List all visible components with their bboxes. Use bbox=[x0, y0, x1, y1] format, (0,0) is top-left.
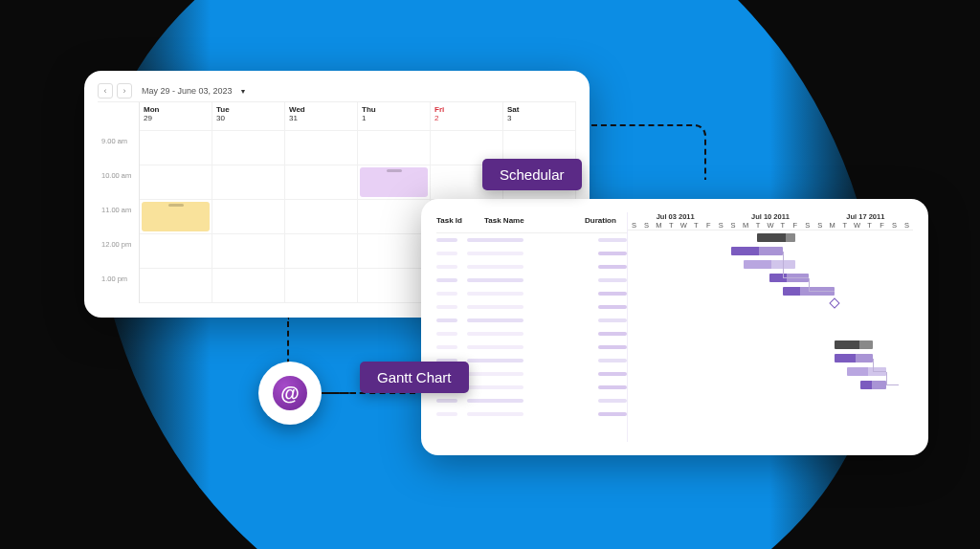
gantt-week-header: Jul 17 2011 bbox=[818, 212, 913, 221]
gantt-day-header: S bbox=[628, 221, 640, 230]
grid-cell[interactable] bbox=[358, 200, 431, 234]
event-block[interactable] bbox=[360, 167, 428, 197]
gantt-day-header: S bbox=[888, 221, 901, 230]
grid-cell[interactable] bbox=[212, 234, 285, 269]
gantt-day-header: S bbox=[813, 221, 826, 230]
day-header: Wed31 bbox=[285, 102, 358, 131]
day-header: Mon29 bbox=[140, 102, 212, 131]
gantt-bar[interactable] bbox=[731, 247, 783, 255]
gantt-bar[interactable] bbox=[860, 381, 886, 389]
grid-cell[interactable] bbox=[358, 131, 431, 165]
gantt-day-header: S bbox=[715, 221, 727, 230]
time-label: 10.00 am bbox=[98, 165, 140, 200]
date-range-label[interactable]: May 29 - June 03, 2023 bbox=[142, 86, 233, 96]
grid-cell[interactable] bbox=[358, 269, 431, 303]
gantt-day-header: W bbox=[764, 221, 776, 230]
grid-cell[interactable] bbox=[285, 269, 358, 303]
gantt-day-header: M bbox=[826, 221, 838, 230]
grid-cell[interactable] bbox=[285, 200, 358, 234]
gantt-day-header: T bbox=[776, 221, 789, 230]
gantt-panel: Task Id Task Name Duration Jul 03 2011Ju… bbox=[421, 199, 928, 455]
gantt-task-row[interactable] bbox=[436, 260, 627, 274]
gantt-day-header: T bbox=[863, 221, 876, 230]
gantt-day-header: S bbox=[801, 221, 813, 230]
gantt-task-row[interactable] bbox=[436, 233, 627, 247]
gantt-task-row[interactable] bbox=[436, 327, 627, 340]
prev-button[interactable]: ‹ bbox=[98, 83, 113, 99]
gantt-day-header: F bbox=[702, 221, 715, 230]
grid-cell[interactable] bbox=[212, 165, 285, 200]
grid-cell[interactable] bbox=[358, 234, 431, 269]
grid-cell[interactable] bbox=[140, 234, 212, 269]
gantt-label-tag: Gantt Chart bbox=[360, 362, 469, 393]
gantt-day-header: S bbox=[727, 221, 740, 230]
gantt-bar[interactable] bbox=[835, 354, 873, 362]
col-task-id[interactable]: Task Id bbox=[436, 216, 475, 225]
gantt-day-header: T bbox=[838, 221, 851, 230]
grid-cell[interactable] bbox=[140, 200, 212, 234]
grid-corner bbox=[98, 102, 140, 131]
scheduler-label-tag: Schedular bbox=[482, 159, 582, 190]
gantt-task-row[interactable] bbox=[436, 300, 627, 314]
dependency-line bbox=[783, 252, 809, 278]
gantt-day-header: W bbox=[851, 221, 863, 230]
grid-cell[interactable] bbox=[140, 165, 212, 200]
grid-cell[interactable] bbox=[285, 165, 358, 200]
grid-cell[interactable] bbox=[285, 234, 358, 269]
gantt-bar[interactable] bbox=[757, 233, 795, 242]
day-header: Fri2 bbox=[431, 102, 503, 131]
dependency-line bbox=[809, 278, 835, 292]
grid-cell[interactable] bbox=[212, 131, 285, 165]
gantt-day-header: T bbox=[752, 221, 765, 230]
gantt-week-header: Jul 10 2011 bbox=[723, 212, 817, 221]
gantt-columns-header: Task Id Task Name Duration bbox=[436, 212, 627, 233]
gantt-task-row[interactable] bbox=[436, 247, 627, 260]
grid-cell[interactable] bbox=[212, 200, 285, 234]
next-button[interactable]: › bbox=[117, 83, 132, 99]
blazor-logo bbox=[258, 362, 322, 425]
chevron-down-icon[interactable]: ▼ bbox=[240, 88, 247, 95]
gantt-task-row[interactable] bbox=[436, 394, 627, 407]
day-header: Sat3 bbox=[503, 102, 576, 131]
time-label: 12.00 pm bbox=[98, 234, 140, 269]
gantt-day-header: S bbox=[901, 221, 913, 230]
gantt-day-header: M bbox=[740, 221, 752, 230]
time-label: 1.00 pm bbox=[98, 269, 140, 303]
gantt-task-row[interactable] bbox=[436, 407, 627, 421]
gantt-task-row[interactable] bbox=[436, 287, 627, 300]
col-duration[interactable]: Duration bbox=[585, 216, 627, 225]
dependency-line bbox=[886, 372, 899, 385]
gantt-day-header: T bbox=[690, 221, 702, 230]
flame-at-icon bbox=[273, 376, 307, 410]
connector-line bbox=[591, 124, 706, 180]
gantt-task-list: Task Id Task Name Duration bbox=[436, 212, 628, 442]
gantt-day-header: S bbox=[640, 221, 653, 230]
gantt-bar[interactable] bbox=[835, 340, 873, 349]
gantt-task-row[interactable] bbox=[436, 340, 627, 354]
time-label: 11.00 am bbox=[98, 200, 140, 234]
grid-cell[interactable] bbox=[140, 269, 212, 303]
gantt-task-row[interactable] bbox=[436, 274, 627, 287]
gantt-day-header: F bbox=[876, 221, 888, 230]
scheduler-toolbar: ‹ › May 29 - June 03, 2023 ▼ bbox=[98, 80, 576, 101]
day-header: Tue30 bbox=[212, 102, 285, 131]
gantt-day-header: M bbox=[653, 221, 665, 230]
gantt-timeline: Jul 03 2011Jul 10 2011Jul 17 2011 SSMTWT… bbox=[628, 212, 913, 442]
gantt-week-header: Jul 03 2011 bbox=[628, 212, 723, 221]
dependency-line bbox=[873, 359, 885, 372]
gantt-day-header: T bbox=[665, 221, 678, 230]
time-label: 9.00 am bbox=[98, 131, 140, 165]
grid-cell[interactable] bbox=[140, 131, 212, 165]
col-task-name[interactable]: Task Name bbox=[484, 216, 575, 225]
event-block[interactable] bbox=[142, 202, 210, 231]
day-header: Thu1 bbox=[358, 102, 431, 131]
grid-cell[interactable] bbox=[285, 131, 358, 165]
grid-cell[interactable] bbox=[212, 269, 285, 303]
gantt-day-header: F bbox=[789, 221, 801, 230]
milestone-icon[interactable] bbox=[829, 297, 839, 308]
grid-cell[interactable] bbox=[358, 165, 431, 200]
gantt-day-header: W bbox=[678, 221, 690, 230]
gantt-task-row[interactable] bbox=[436, 314, 627, 327]
